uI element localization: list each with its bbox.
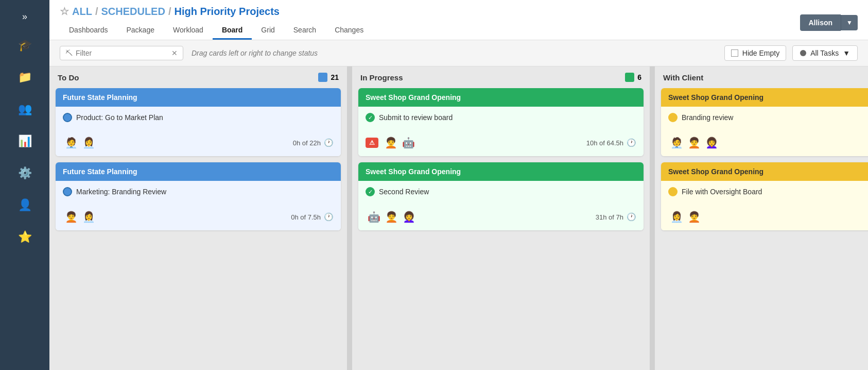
card-todo-1-time: 0h of 22h 🕐 <box>293 138 334 147</box>
card-inprogress-1: Sweet Shop Grand Opening Submit to revie… <box>358 88 644 156</box>
column-withclient-header: With Client 3 <box>655 66 868 88</box>
tab-changes[interactable]: Changes <box>325 22 373 40</box>
sidebar-item-favorites[interactable]: ⭐ <box>0 223 49 251</box>
card-inprogress-2-avatars: 🤖 🧑‍🦱 👩‍🦱 <box>366 209 418 225</box>
card-inprogress-2-task-label: Second Review <box>379 188 429 196</box>
column-divider-1 <box>348 66 352 370</box>
hide-empty-checkbox[interactable] <box>731 49 738 57</box>
task-icon-blue <box>63 113 72 122</box>
column-inprogress-title: In Progress <box>360 73 403 82</box>
avatar-2: 👩‍💼 <box>80 134 97 151</box>
filter-clear-icon[interactable]: ✕ <box>171 49 178 57</box>
toolbar: ⛏ ✕ Drag cards left or right to change s… <box>49 40 868 66</box>
breadcrumb-title: High Priority Projects <box>174 6 280 18</box>
card-todo-1-task-label: Product: Go to Market Plan <box>76 113 163 122</box>
card-inprogress-1-footer: ⚠ 🧑‍🦱 🤖 10h of 64.5h 🕐 <box>358 134 644 156</box>
user-button[interactable]: Allison <box>800 14 841 31</box>
task-icon-yellow-2 <box>668 187 678 196</box>
breadcrumb-scheduled[interactable]: SCHEDULED <box>101 6 165 18</box>
time-label-4: 31h of 7h <box>596 213 623 221</box>
time-label: 0h of 22h <box>293 139 321 147</box>
column-todo-header: To Do 21 <box>49 66 347 88</box>
card-inprogress-2-time: 31h of 7h 🕐 <box>596 212 636 222</box>
column-todo-count: 21 <box>318 73 339 82</box>
column-todo-title: To Do <box>58 73 79 82</box>
column-divider-2 <box>651 66 655 370</box>
card-inprogress-1-avatars: 🧑‍🦱 🤖 <box>383 134 418 151</box>
card-withclient-2-task: File with Oversight Board <box>668 187 868 196</box>
all-tasks-button[interactable]: All Tasks ▼ <box>792 45 858 61</box>
sidebar-item-people[interactable]: 👥 <box>0 95 49 123</box>
clock-icon-4: 🕐 <box>627 212 636 222</box>
card-withclient-2: Sweet Shop Grand Opening File with Overs… <box>661 162 868 230</box>
avatar-13: 👩‍💼 <box>668 209 685 225</box>
time-label-2: 0h of 7.5h <box>291 213 321 221</box>
sidebar-item-user[interactable]: 👤 <box>0 191 49 219</box>
time-label-3: 10h of 64.5h <box>586 139 623 147</box>
column-inprogress-header: In Progress 6 <box>352 66 650 88</box>
header-left: ☆ ALL / SCHEDULED / High Priority Projec… <box>60 5 373 40</box>
card-withclient-2-avatars: 👩‍💼 🧑‍🦱 <box>668 209 703 225</box>
card-withclient-2-footer: 👩‍💼 🧑‍🦱 35h of 57h 🕐 <box>661 209 868 230</box>
card-withclient-2-header: Sweet Shop Grand Opening <box>661 162 868 181</box>
warning-icon: ⚠ <box>366 138 378 148</box>
card-withclient-2-task-label: File with Oversight Board <box>682 188 762 196</box>
tab-search[interactable]: Search <box>284 22 325 40</box>
board: To Do 21 Future State Planning Product: … <box>49 66 868 370</box>
column-withclient-cards: Sweet Shop Grand Opening Branding review… <box>655 88 868 237</box>
card-withclient-1-header: Sweet Shop Grand Opening <box>661 88 868 107</box>
filter-box: ⛏ ✕ <box>60 46 183 60</box>
card-inprogress-2-task: Second Review <box>366 187 636 196</box>
avatar-7: 🤖 <box>366 209 382 225</box>
card-todo-2-time: 0h of 7.5h 🕐 <box>291 212 334 222</box>
avatar-9: 👩‍🦱 <box>401 209 417 225</box>
tab-board[interactable]: Board <box>213 22 252 40</box>
avatar-6: 🤖 <box>400 134 416 151</box>
column-inprogress-count-number: 6 <box>637 73 641 81</box>
tab-dashboards[interactable]: Dashboards <box>60 22 117 40</box>
all-tasks-label: All Tasks <box>810 49 839 57</box>
clock-icon: 🕐 <box>324 138 334 147</box>
column-todo-count-number: 21 <box>331 73 339 81</box>
card-inprogress-1-time: 10h of 64.5h 🕐 <box>586 138 636 147</box>
hide-empty-label: Hide Empty <box>742 49 779 57</box>
tab-grid[interactable]: Grid <box>252 22 284 40</box>
user-dropdown-button[interactable]: ▼ <box>841 15 858 30</box>
card-todo-2-footer: 🧑‍🦱 👩‍💼 0h of 7.5h 🕐 <box>56 209 341 230</box>
card-todo-1-footer: 🧑‍💼 👩‍💼 0h of 22h 🕐 <box>56 134 341 156</box>
sidebar-item-charts[interactable]: 📊 <box>0 127 49 155</box>
card-withclient-1-footer: 🧑‍💼 🧑‍🦱 👩‍🦱 8h of 8.5h 🕐 <box>661 134 868 156</box>
card-todo-2-task-label: Marketing: Branding Review <box>76 188 166 196</box>
sidebar-item-files[interactable]: 📁 <box>0 63 49 91</box>
card-todo-2-header: Future State Planning <box>56 162 341 181</box>
card-inprogress-2-body: Second Review <box>358 181 644 209</box>
nav-tabs: Dashboards Package Workload Board Grid S… <box>60 22 373 40</box>
card-withclient-1-task-label: Branding review <box>682 113 733 122</box>
task-icon-green-1 <box>366 113 375 122</box>
filter-icon: ⛏ <box>65 49 73 57</box>
filter-input[interactable] <box>76 49 168 57</box>
card-inprogress-1-task: Submit to review board <box>366 113 636 122</box>
column-inprogress-cards: Sweet Shop Grand Opening Submit to revie… <box>352 88 650 237</box>
task-icon-green-2 <box>366 187 375 196</box>
all-tasks-dot-icon <box>800 50 806 56</box>
card-todo-1-avatars: 🧑‍💼 👩‍💼 <box>63 134 98 151</box>
card-todo-1-header: Future State Planning <box>56 88 341 107</box>
card-todo-2-task: Marketing: Branding Review <box>63 187 334 196</box>
sidebar-item-learn[interactable]: 🎓 <box>0 31 49 59</box>
sidebar-item-settings[interactable]: ⚙️ <box>0 159 49 187</box>
tab-package[interactable]: Package <box>117 22 164 40</box>
avatar-12: 👩‍🦱 <box>703 134 720 151</box>
drag-hint: Drag cards left or right to change statu… <box>192 49 318 57</box>
sidebar-toggle[interactable]: » <box>0 6 49 27</box>
hide-empty-button[interactable]: Hide Empty <box>724 45 786 61</box>
column-withclient: With Client 3 Sweet Shop Grand Opening B… <box>655 66 868 370</box>
avatar-3: 🧑‍🦱 <box>63 209 79 225</box>
card-todo-2: Future State Planning Marketing: Brandin… <box>56 162 341 230</box>
tab-workload[interactable]: Workload <box>164 22 213 40</box>
task-icon-yellow-1 <box>668 113 678 122</box>
breadcrumb-all[interactable]: ALL <box>72 6 92 18</box>
star-icon[interactable]: ☆ <box>60 5 69 18</box>
card-inprogress-2-footer: 🤖 🧑‍🦱 👩‍🦱 31h of 7h 🕐 <box>358 209 644 230</box>
card-inprogress-1-header: Sweet Shop Grand Opening <box>358 88 644 107</box>
